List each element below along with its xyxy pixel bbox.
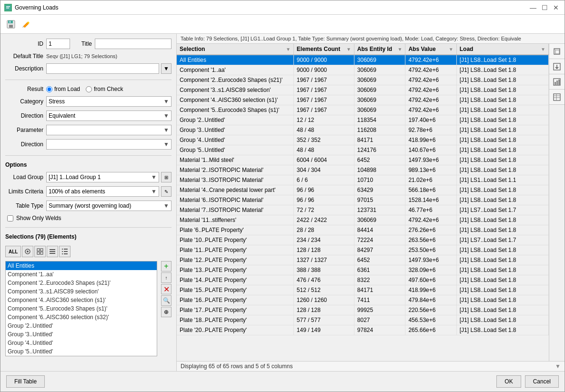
table-row[interactable]: Component '1..aa'9000 / 90003060694792.4… (177, 65, 549, 75)
abs-value-filter-icon[interactable]: ▼ (449, 47, 454, 52)
title-bar: Governing Loads — ☐ ✕ (0, 0, 565, 15)
sel-search-btn[interactable]: 🔍 (161, 295, 172, 306)
table-row[interactable]: Material '4..Crane pedestal lower part'9… (177, 185, 549, 195)
minimize-button[interactable]: — (528, 3, 538, 12)
table-type-dropdown[interactable]: Summary (worst governing load) ▼ (46, 201, 172, 211)
list-item[interactable]: Group '4..Untitled' (6, 339, 157, 347)
table-row[interactable]: Plate '12..PLATE Property'1327 / 1327645… (177, 255, 549, 265)
close-button[interactable]: ✕ (551, 3, 561, 12)
table-row[interactable]: Plate '15..PLATE Property'512 / 51284171… (177, 285, 549, 295)
table-row[interactable]: Component '5..Eurocode3 Shapes (s1)'1967… (177, 105, 549, 115)
table-row[interactable]: Material '7..ISOTROPIC Material'72 / 721… (177, 205, 549, 215)
load-group-picker-btn[interactable]: ⊞ (161, 172, 172, 182)
list-item[interactable]: Material '1..Mild steel' (6, 356, 157, 356)
export-btn[interactable] (549, 59, 565, 74)
table-status-filter-icon[interactable]: ▼ (555, 363, 561, 370)
sel-tree-btn[interactable] (59, 246, 71, 257)
selection-filter-icon[interactable]: ▼ (286, 47, 291, 52)
maximize-button[interactable]: ☐ (540, 3, 549, 12)
list-item[interactable]: Component '2..Eurocode3 Shapes (s21)' (6, 279, 157, 287)
sel-group-btn[interactable] (34, 246, 46, 257)
category-dropdown[interactable]: Stress ▼ (46, 96, 172, 107)
table-row[interactable]: Plate '6..PLATE Property'28 / 2884414276… (177, 225, 549, 235)
table-row[interactable]: Material '3..ISOTROPIC Material'6 / 6107… (177, 175, 549, 185)
show-welds-checkbox[interactable] (7, 215, 13, 221)
list-item[interactable]: All Entities (6, 261, 157, 270)
sel-add-btn[interactable]: + (161, 261, 172, 271)
list-item[interactable]: Component '5..Eurocode3 Shapes (s1)' (6, 304, 157, 313)
list-item[interactable]: Component '1..aa' (6, 270, 157, 279)
table-row[interactable]: Plate '11..PLATE Property'128 / 12884297… (177, 245, 549, 255)
svg-rect-6 (10, 21, 10, 23)
table-row[interactable]: Plate '16..PLATE Property'1260 / 1260741… (177, 295, 549, 305)
direction-dropdown[interactable]: Equivalent ▼ (46, 111, 172, 121)
table-row[interactable]: Plate '20..PLATE Property'149 / 14997824… (177, 325, 549, 335)
table-row[interactable]: Group '4..Untitled'352 / 35284171418.99e… (177, 135, 549, 145)
table-btn[interactable] (549, 90, 565, 105)
table-row[interactable]: Plate '17..PLATE Property'128 / 12899925… (177, 305, 549, 315)
sel-list-btn[interactable] (47, 246, 58, 257)
description-dropdown-btn[interactable]: ▼ (161, 63, 172, 74)
svg-rect-2 (6, 8, 9, 9)
direction2-label: Direction (5, 141, 43, 148)
sel-arrow-up-btn[interactable]: ↑ (161, 272, 172, 283)
limits-criteria-label: Limits Criteria (5, 188, 43, 195)
table-status-bar: Displaying 65 of 65 rows and 5 of 5 colu… (177, 361, 565, 371)
limits-criteria-dropdown[interactable]: 100% of abs elements ▼ (46, 186, 159, 197)
show-welds-row: Show Only Welds (7, 215, 172, 221)
table-row[interactable]: Group '2..Untitled'12 / 12118354197.40e+… (177, 115, 549, 125)
cancel-button[interactable]: Cancel (525, 375, 559, 388)
svg-rect-22 (62, 253, 63, 254)
save-button[interactable] (4, 18, 18, 31)
table-row[interactable]: Material '6..ISOTROPIC Material'96 / 969… (177, 195, 549, 205)
view-3d-btn[interactable] (549, 44, 565, 59)
edit-button[interactable] (20, 18, 33, 31)
svg-rect-20 (62, 249, 63, 250)
id-input[interactable] (46, 39, 70, 49)
list-item[interactable]: Group '2..Untitled' (6, 322, 157, 330)
sel-all-btn[interactable]: ALL (5, 246, 21, 257)
ok-button[interactable]: OK (496, 375, 521, 388)
chart-btn[interactable] (549, 74, 565, 90)
table-row[interactable]: Material '2..ISOTROPIC Material'304 / 30… (177, 165, 549, 175)
window-title: Governing Loads (15, 4, 58, 11)
load-group-dropdown[interactable]: [J1] 1..Load Group 1 ▼ (46, 172, 159, 182)
from-load-radio[interactable]: from Load (46, 86, 80, 92)
table-row[interactable]: Plate '10..PLATE Property'234 / 23472224… (177, 235, 549, 245)
data-table-wrapper[interactable]: Selection ▼ Elements Count ▼ (177, 44, 549, 361)
from-check-radio[interactable]: from Check (86, 86, 123, 92)
list-item[interactable]: Group '3..Untitled' (6, 330, 157, 339)
table-row[interactable]: Plate '18..PLATE Property'577 / 57780274… (177, 315, 549, 325)
table-row[interactable]: Plate '14..PLATE Property'476 / 47683224… (177, 275, 549, 285)
col-selection: Selection ▼ (177, 44, 293, 55)
table-row[interactable]: Component '3..s1.AISC89 selection'1967 /… (177, 85, 549, 95)
abs-entity-id-filter-icon[interactable]: ▼ (397, 47, 402, 52)
list-item[interactable]: Component '3..s1.AISC89 selection' (6, 287, 157, 296)
fill-table-button[interactable]: Fill Table (6, 375, 45, 388)
sel-remove-btn[interactable]: ✕ (161, 284, 172, 294)
limits-criteria-edit-btn[interactable]: ✎ (161, 186, 172, 197)
title-input[interactable] (95, 39, 172, 49)
list-item[interactable]: Component '4..AISC360 selection (s1)' (6, 296, 157, 304)
table-row[interactable]: Material '11..stiffeners'2422 / 24223060… (177, 215, 549, 225)
table-row[interactable]: Material '1..Mild steel'6004 / 600464521… (177, 155, 549, 165)
description-input[interactable] (46, 63, 159, 74)
table-row[interactable]: All Entities9000 / 90003060694792.42e+6[… (177, 55, 549, 65)
list-item[interactable]: Group '5..Untitled' (6, 347, 157, 356)
direction2-dropdown[interactable]: ▼ (46, 139, 172, 150)
direction-value: Equivalent (49, 112, 75, 119)
table-row[interactable]: Group '3..Untitled'48 / 4811620892.78e+6… (177, 125, 549, 135)
sel-visible-btn[interactable] (22, 246, 33, 257)
sel-zoom-btn[interactable]: ⊕ (161, 307, 172, 317)
parameter-dropdown[interactable]: ▼ (46, 125, 172, 135)
elements-count-filter-icon[interactable]: ▼ (346, 47, 351, 52)
table-type-value: Summary (worst governing load) (49, 202, 131, 209)
load-filter-icon[interactable]: ▼ (541, 47, 545, 52)
table-row[interactable]: Plate '13..PLATE Property'388 / 38863613… (177, 265, 549, 275)
table-row[interactable]: Group '5..Untitled'48 / 48124176140.67e+… (177, 145, 549, 155)
table-row[interactable]: Component '4..AISC360 selection (s1)'196… (177, 95, 549, 105)
list-item[interactable]: Component '6..AISC360 selection (s32)' (6, 313, 157, 322)
svg-rect-19 (64, 253, 68, 254)
table-row[interactable]: Component '2..Eurocode3 Shapes (s21)'196… (177, 75, 549, 85)
default-title-value: Seqv ([J1] LG1; 79 Selections) (46, 53, 172, 59)
